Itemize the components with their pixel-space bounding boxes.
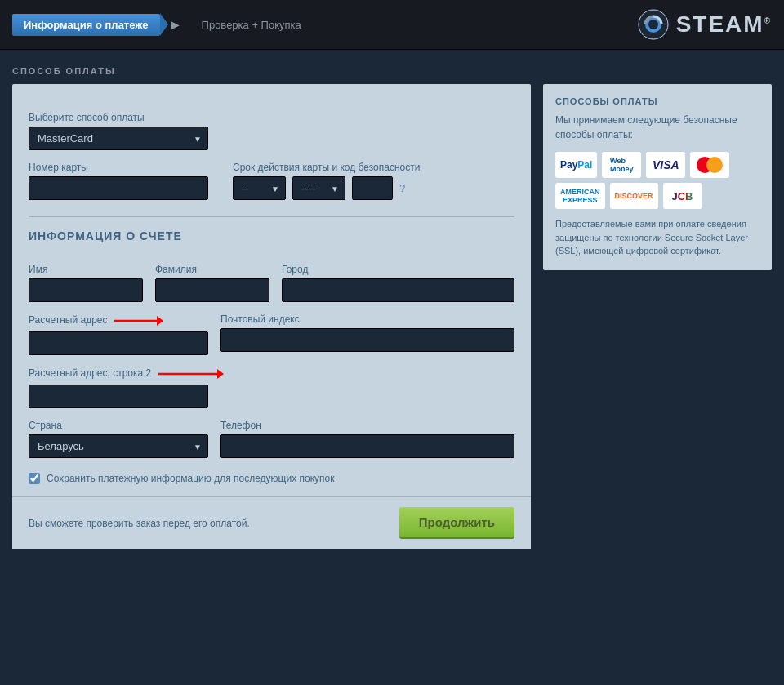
breadcrumb-step-2: Проверка + Покупка: [190, 14, 313, 36]
country-select[interactable]: Беларусь Россия Украина Казахстан: [29, 434, 208, 458]
postal-code-label: Почтовый индекс: [220, 314, 514, 325]
card-number-col: Номер карты: [29, 150, 208, 200]
jcb-logo: JCB: [663, 183, 702, 209]
billing-address-col: Расчетный адрес: [29, 302, 208, 355]
expiry-year-wrapper: ---- 2024202520262027 202820292030 ▼: [292, 176, 345, 200]
bottom-bar: Вы сможете проверить заказ перед его опл…: [12, 496, 531, 549]
city-label: Город: [282, 264, 514, 275]
steam-logo: STEAM®: [637, 8, 772, 41]
expiry-cvv-col: Срок действия карты и код безопасности -…: [233, 150, 514, 200]
billing-address-label: Расчетный адрес: [29, 314, 208, 328]
expiry-cvv-row: -- 01020304 05060708 09101112 ▼ ----: [233, 176, 514, 200]
payment-method-section: Выберите способ оплаты MasterCard Visa A…: [29, 112, 514, 150]
save-info-label[interactable]: Сохранить платежную информацию для после…: [47, 473, 334, 484]
save-info-row: Сохранить платежную информацию для после…: [29, 473, 514, 484]
visa-logo: VISA: [646, 152, 685, 178]
card-details-row: Номер карты Срок действия карты и код бе…: [29, 150, 514, 200]
payment-method-select[interactable]: MasterCard Visa American Express PayPal …: [29, 127, 208, 150]
payment-logos: PayPal WebMoney VISA: [555, 152, 760, 209]
country-col: Страна Беларусь Россия Украина Казахстан…: [29, 408, 208, 458]
webmoney-logo: WebMoney: [602, 152, 641, 178]
continue-button[interactable]: Продолжить: [399, 507, 514, 539]
card-number-label: Номер карты: [29, 162, 208, 173]
sidebar-desc: Мы принимаем следующие безопасные способ…: [555, 113, 760, 142]
cvv-input[interactable]: [352, 176, 393, 200]
steam-icon: [637, 8, 670, 41]
header: Информация о платеже ▶ Проверка + Покупк…: [0, 0, 784, 50]
form-panel: Выберите способ оплаты MasterCard Visa A…: [12, 84, 531, 549]
billing-address2-arrow-icon: [158, 367, 224, 381]
billing-address2-input[interactable]: [29, 385, 208, 408]
billing-address-input[interactable]: [29, 331, 208, 355]
card-number-input[interactable]: [29, 176, 208, 200]
country-select-wrapper: Беларусь Россия Украина Казахстан ▼: [29, 434, 208, 458]
name-city-row: Имя Фамилия Город: [29, 252, 514, 302]
payment-method-select-wrapper: MasterCard Visa American Express PayPal …: [29, 127, 208, 150]
bottom-note: Вы сможете проверить заказ перед его опл…: [29, 518, 250, 529]
address-zip-row: Расчетный адрес Почтовый индекс: [29, 302, 514, 355]
billing-address-arrow-icon: [114, 314, 163, 328]
postal-code-col: Почтовый индекс: [220, 302, 514, 355]
city-input[interactable]: [282, 278, 514, 302]
expiry-year-select[interactable]: ---- 2024202520262027 202820292030: [292, 176, 345, 200]
country-phone-row: Страна Беларусь Россия Украина Казахстан…: [29, 408, 514, 458]
breadcrumb: Информация о платеже ▶ Проверка + Покупк…: [12, 14, 313, 36]
last-name-col: Фамилия: [155, 252, 270, 302]
select-method-label: Выберите способ оплаты: [29, 112, 514, 123]
expiry-month-select[interactable]: -- 01020304 05060708 09101112: [233, 176, 286, 200]
page-wrapper: Информация о платеже ▶ Проверка + Покупк…: [0, 0, 784, 685]
paypal-logo: PayPal: [555, 152, 597, 178]
expiry-month-wrapper: -- 01020304 05060708 09101112 ▼: [233, 176, 286, 200]
save-info-checkbox[interactable]: [29, 473, 40, 484]
first-name-input[interactable]: [29, 278, 143, 302]
content-layout: Выберите способ оплаты MasterCard Visa A…: [12, 84, 772, 549]
last-name-input[interactable]: [155, 278, 270, 302]
billing-address2-label: Расчетный адрес, строка 2: [29, 367, 514, 381]
first-name-col: Имя: [29, 252, 143, 302]
phone-label: Телефон: [220, 420, 514, 431]
cvv-help-icon[interactable]: ?: [399, 182, 405, 194]
phone-input[interactable]: [220, 434, 514, 458]
sidebar-panel: СПОСОБЫ ОПЛАТЫ Мы принимаем следующие бе…: [543, 84, 772, 270]
main-area: СПОСОБ ОПЛАТЫ Выберите способ оплаты Mas…: [0, 50, 784, 565]
steam-logo-text: STEAM®: [676, 11, 772, 38]
breadcrumb-step-1[interactable]: Информация о платеже: [12, 14, 160, 36]
billing-address2-col: Расчетный адрес, строка 2: [29, 367, 514, 408]
first-name-label: Имя: [29, 264, 143, 275]
page-title: СПОСОБ ОПЛАТЫ: [12, 66, 772, 76]
mastercard-logo: [690, 152, 729, 178]
last-name-label: Фамилия: [155, 264, 270, 275]
svg-marker-6: [217, 369, 224, 379]
postal-code-input[interactable]: [220, 328, 514, 352]
city-col: Город: [282, 252, 514, 302]
country-label: Страна: [29, 420, 208, 431]
svg-marker-4: [157, 316, 163, 326]
amex-logo: AMERICANEXPRESS: [555, 183, 605, 209]
account-section: ИНФОРМАЦИЯ О СЧЕТЕ Имя Фамилия Город: [29, 216, 514, 458]
expiry-label: Срок действия карты и код безопасности: [233, 162, 514, 173]
phone-col: Телефон: [220, 408, 514, 458]
svg-point-2: [648, 20, 658, 29]
sidebar-title: СПОСОБЫ ОПЛАТЫ: [555, 96, 760, 106]
sidebar-ssl-note: Предоставляемые вами при оплате сведения…: [555, 217, 760, 258]
breadcrumb-arrow-icon: ▶: [171, 18, 180, 31]
discover-logo: DISCOVER: [610, 183, 658, 209]
account-section-title: ИНФОРМАЦИЯ О СЧЕТЕ: [29, 229, 514, 242]
